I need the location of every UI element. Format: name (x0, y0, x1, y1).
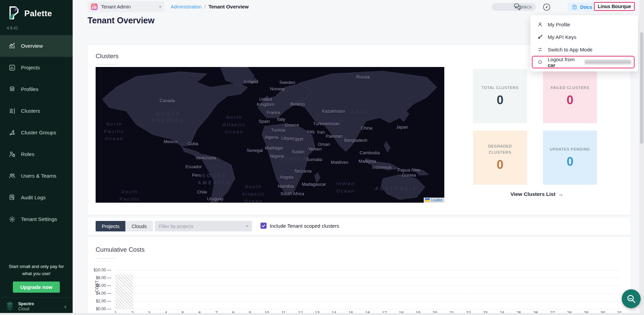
user-icon (537, 22, 543, 27)
sidebar-item-tenant-settings[interactable]: Tenant Settings (0, 208, 73, 230)
page-title: Tenant Overview (88, 16, 154, 25)
stat-value: 0 (567, 155, 573, 169)
sidebar-item-overview[interactable]: Overview (0, 35, 73, 57)
sidebar-item-label: Projects (21, 65, 40, 71)
chart-gridline (116, 286, 620, 286)
checkbox-label: Include Tenant scoped clusters (270, 223, 339, 229)
ukraine-flag-icon (425, 198, 430, 202)
stat-label: FAILED CLUSTERS (551, 85, 590, 91)
menu-item-logout-from-car[interactable]: Logout from car (530, 56, 638, 68)
tenant-scope-selector[interactable]: Tenant Admin ▾ (88, 1, 165, 12)
vertical-scrollbar[interactable] (639, 0, 644, 315)
view-clusters-list-label: View Clusters List (511, 191, 555, 197)
chart-gridline (116, 309, 620, 309)
menu-item-label: Logout from car (548, 57, 579, 68)
user-dropdown-menu: My ProfileMy API KeysSwitch to App ModeL… (530, 15, 638, 71)
chevron-down-icon[interactable]: ▾ (633, 5, 635, 9)
stat-label: UPDATES PENDING (550, 147, 590, 153)
world-map-graphic (96, 67, 444, 203)
view-clusters-list-link[interactable]: View Clusters List→ (506, 191, 567, 197)
sidebar-collapse-icon[interactable]: ‹ (63, 302, 68, 310)
title-divider (96, 258, 117, 258)
promo-text: Start small and only pay for what you us… (5, 263, 68, 277)
users-icon (9, 173, 16, 179)
menu-item-my-profile[interactable]: My Profile (530, 18, 638, 31)
breadcrumb-current: Tenant Overview (208, 4, 249, 9)
sidebar-item-clusters[interactable]: Clusters (0, 100, 73, 122)
palette-logo-icon (6, 5, 21, 22)
sidebar-item-label: Tenant Settings (21, 216, 57, 222)
stat-label: DEGRADED CLUSTERS (488, 143, 512, 155)
filter-bar: ProjectsClouds Filter by projects ▾ Incl… (88, 218, 630, 235)
user-menu-trigger[interactable]: Linus Bourque (594, 2, 635, 11)
sidebar-item-label: Roles (21, 151, 34, 157)
tab-projects[interactable]: Projects (96, 221, 125, 231)
stat-label: TOTAL CLUSTERS (481, 85, 519, 91)
compass-icon[interactable] (542, 2, 551, 12)
sidebar-item-roles[interactable]: Roles (0, 143, 73, 165)
upgrade-promo: Start small and only pay for what you us… (0, 263, 73, 297)
filter-by-projects-select[interactable]: Filter by projects ▾ (155, 221, 252, 231)
filter-select-placeholder: Filter by projects (159, 224, 194, 229)
chart-gridline (116, 278, 620, 278)
menu-item-switch-to-app-mode[interactable]: Switch to App Mode (530, 43, 638, 56)
sidebar-item-label: Users & Teams (21, 173, 56, 179)
stat-tile-failed-clusters: FAILED CLUSTERS0 (543, 69, 597, 123)
brand-name: Spectro Cloud (18, 301, 34, 311)
tenant-admin-icon (91, 3, 98, 10)
sidebar-footer: Spectro Cloud ‹ (0, 297, 73, 315)
menu-item-label: My API Keys (548, 34, 576, 40)
clusters-card-title: Clusters (96, 52, 119, 60)
layers-icon (9, 86, 16, 93)
docs-button[interactable]: Docs (568, 2, 596, 12)
chart-y-tick: $0.00 — (90, 307, 111, 311)
redacted-tenant-name (585, 60, 631, 64)
sidebar-item-label: Clusters (21, 108, 40, 114)
tenant-selector-label: Tenant Admin (101, 4, 131, 9)
menu-item-label: My Profile (548, 22, 570, 27)
book-icon (572, 4, 578, 10)
chart-y-tick: $2.00 — (90, 299, 111, 303)
chart-gridline (116, 270, 620, 270)
stat-tile-degraded-clusters: DEGRADED CLUSTERS0 (473, 131, 527, 185)
menu-item-label: Switch to App Mode (548, 47, 593, 52)
sidebar-item-projects[interactable]: Projects (0, 57, 73, 78)
costs-card-header: Cumulative Costs (96, 246, 145, 258)
docs-label: Docs (580, 4, 592, 10)
search-smile-icon (626, 294, 636, 304)
stat-value: 0 (497, 93, 503, 107)
breadcrumb-administration[interactable]: Administration (171, 4, 202, 9)
scrollbar-thumb[interactable] (640, 32, 643, 144)
menu-item-my-api-keys[interactable]: My API Keys (530, 31, 638, 43)
upgrade-now-button[interactable]: Upgrade now (13, 282, 60, 293)
app-name: Palette (24, 9, 52, 18)
clusters-world-map[interactable]: CanadaIcelandNORTH AMERICANorth Pacific … (96, 67, 444, 203)
search-assistant-button[interactable] (622, 289, 641, 308)
chat-icon[interactable] (513, 2, 522, 12)
chart-gridline (116, 293, 620, 294)
sidebar-item-profiles[interactable]: Profiles (0, 78, 73, 100)
sidebar-item-users-teams[interactable]: Users & Teams (0, 165, 73, 187)
chevron-down-icon: ▾ (159, 4, 161, 9)
user-lock-icon (9, 151, 16, 158)
app-logo[interactable]: Palette (0, 0, 73, 22)
sidebar-item-label: Profiles (21, 86, 39, 92)
chart-y-tick: $10.00 — (90, 268, 111, 272)
stat-value: 0 (497, 158, 503, 172)
sidebar-item-label: Audit Logs (21, 195, 46, 201)
list-icon (9, 108, 16, 114)
tenant-scoped-checkbox-row[interactable]: Include Tenant scoped clusters (261, 223, 339, 229)
tab-clouds[interactable]: Clouds (125, 221, 153, 231)
audit-icon (9, 194, 16, 201)
stat-tile-total-clusters: TOTAL CLUSTERS0 (473, 69, 527, 123)
costs-card-title: Cumulative Costs (96, 246, 145, 253)
chevron-down-icon: ▾ (246, 224, 248, 228)
leaflet-link[interactable]: Leaflet (431, 198, 442, 202)
cumulative-costs-card: Cumulative Costs COST $10.00 —$8.00 —$6.… (88, 237, 630, 315)
sidebar-item-audit-logs[interactable]: Audit Logs (0, 187, 73, 208)
bar-chart-icon (9, 64, 16, 71)
sidebar-item-cluster-groups[interactable]: Cluster Groups (0, 122, 73, 143)
checkbox-checked[interactable] (261, 223, 267, 229)
sidebar-item-label: Overview (21, 43, 43, 49)
horizontal-scrollbar[interactable] (0, 313, 644, 315)
